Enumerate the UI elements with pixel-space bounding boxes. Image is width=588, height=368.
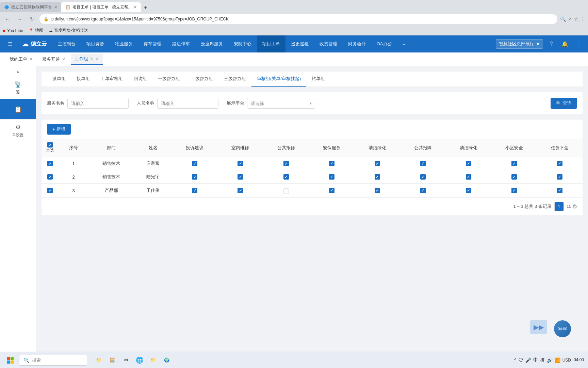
cell-checkbox[interactable] <box>192 161 197 166</box>
tray-shield-icon[interactable]: 🛡 <box>519 357 523 363</box>
nav-more-button[interactable]: ··· <box>397 42 409 47</box>
user-button[interactable]: 👤 <box>573 39 584 49</box>
cell-checkbox[interactable] <box>192 188 197 193</box>
cell-checkbox[interactable] <box>420 174 426 180</box>
reload-button[interactable]: ↻ <box>27 14 37 24</box>
cell-checkbox[interactable] <box>375 188 380 193</box>
browser-tab-2[interactable]: 📋 项目工单 | 项目工单 | 德立云帮... ✕ <box>61 2 141 12</box>
nav-work-order[interactable]: 项目工单 <box>257 35 285 52</box>
tray-volume-icon[interactable]: 🔊 <box>547 357 553 363</box>
cell-checkbox[interactable] <box>238 174 243 180</box>
cell-checkbox[interactable] <box>420 161 426 166</box>
sub-tab-revisit[interactable]: 回访组 <box>128 72 152 87</box>
back-button[interactable]: ← <box>3 14 12 24</box>
sidebar-toggle-button[interactable]: ☰ <box>4 38 16 50</box>
taskbar-app-chrome[interactable]: 🌍 <box>161 354 173 366</box>
forward-button[interactable]: → <box>15 14 24 24</box>
sub-tab-dispatch[interactable]: 派单组 <box>47 72 71 87</box>
tray-mic-icon[interactable]: 🎤 <box>525 357 531 363</box>
nav-fee-mgmt[interactable]: 收费管理 <box>314 35 343 52</box>
cell-checkbox[interactable] <box>466 174 471 180</box>
tab1-close[interactable]: ✕ <box>54 5 57 10</box>
taskbar-app-edge[interactable]: 🌐 <box>133 354 146 366</box>
tray-wifi-icon[interactable]: 📶 <box>555 357 560 363</box>
cell-checkbox[interactable] <box>329 174 334 180</box>
nav-property-service[interactable]: 物业服务 <box>110 35 138 52</box>
cell-checkbox[interactable] <box>466 188 471 193</box>
person-name-input[interactable] <box>157 98 218 109</box>
platform-select[interactable]: 请选择 <box>247 98 315 109</box>
sub-tab-audit[interactable]: 工单审核组 <box>95 72 128 87</box>
cell-checkbox[interactable] <box>557 174 562 180</box>
org-selector[interactable]: 智慧社区总部展厅 ▼ <box>496 39 543 49</box>
sub-tab-l1-supervise[interactable]: 一级督办组 <box>152 72 185 87</box>
tray-up-icon[interactable]: ^ <box>514 357 517 363</box>
cell-checkbox[interactable] <box>375 161 380 166</box>
nav-main-control[interactable]: 主控制台 <box>52 35 81 52</box>
nav-parking[interactable]: 停车管理 <box>138 35 167 52</box>
cell-checkbox[interactable] <box>466 161 471 166</box>
cell-checkbox[interactable] <box>511 188 517 193</box>
tray-ime-icon[interactable]: 中 <box>533 357 538 363</box>
taskbar-app-mail[interactable]: ✉ <box>120 354 132 366</box>
tray-pinyin-icon[interactable]: 拼 <box>540 357 545 363</box>
cell-checkbox[interactable] <box>283 174 289 180</box>
page-tab-workgroup[interactable]: 工作组 ↻ ✕ <box>71 54 103 65</box>
float-play-button[interactable]: ▶▶ <box>530 320 547 334</box>
sidebar-item-active[interactable]: 📋 <box>0 99 36 120</box>
cell-checkbox[interactable] <box>511 174 517 180</box>
sub-tab-review-close[interactable]: 审核组(关单/审核挂起) <box>251 72 306 87</box>
taskbar-search-input[interactable] <box>32 357 80 363</box>
tab2-close[interactable]: ✕ <box>134 5 137 10</box>
help-button[interactable]: ? <box>546 39 557 49</box>
taskbar-app-files[interactable]: 📁 <box>147 354 159 366</box>
page-1-button[interactable]: 1 <box>554 202 564 211</box>
cell-checkbox[interactable] <box>557 161 562 166</box>
cell-checkbox[interactable] <box>283 161 289 166</box>
share-icon[interactable]: ↗ <box>568 16 572 22</box>
taskbar-app-calc[interactable]: 🧮 <box>106 354 118 366</box>
sub-tab-l3-supervise[interactable]: 三级督办组 <box>218 72 251 87</box>
browser-search-icon[interactable]: 🔍 <box>560 16 566 22</box>
workgroup-tab-close[interactable]: ✕ <box>96 57 99 61</box>
cell-checkbox[interactable] <box>557 188 562 193</box>
cell-checkbox[interactable] <box>511 161 517 166</box>
sidebar-item-settings[interactable]: ⚙ 单设置 <box>0 120 36 142</box>
myorder-tab-close[interactable]: ✕ <box>29 57 33 62</box>
sub-tab-accept[interactable]: 接单组 <box>71 72 95 87</box>
nav-finance[interactable]: 财务会计 <box>343 35 371 52</box>
bookmark-youtube[interactable]: ▶ YouTube <box>3 28 23 33</box>
nav-oa[interactable]: OA办公 <box>371 35 397 52</box>
cell-checkbox[interactable] <box>375 174 380 180</box>
select-all-checkbox[interactable] <box>47 142 53 148</box>
taskbar-app-explorer[interactable]: 📁 <box>93 354 105 366</box>
service-tab-close[interactable]: ✕ <box>62 57 65 62</box>
cell-checkbox[interactable] <box>283 188 289 194</box>
row-checkbox[interactable] <box>47 161 53 166</box>
page-tab-service[interactable]: 服务开通 ✕ <box>38 54 69 65</box>
cell-checkbox[interactable] <box>329 161 334 166</box>
page-tab-myorder[interactable]: 我的工单 ✕ <box>5 54 37 65</box>
float-timer[interactable]: 04:00 <box>554 320 571 337</box>
cell-checkbox[interactable] <box>238 161 243 166</box>
cell-checkbox[interactable] <box>238 188 243 193</box>
nav-security-center[interactable]: 安防中心 <box>228 35 257 52</box>
cell-checkbox[interactable] <box>192 174 197 180</box>
add-button[interactable]: + 新增 <box>47 124 71 135</box>
start-button[interactable] <box>4 354 16 366</box>
cell-checkbox[interactable] <box>329 188 334 193</box>
nav-roadside-parking[interactable]: 路边停车 <box>167 35 195 52</box>
bookmark-icon[interactable]: ☆ <box>574 16 578 22</box>
workgroup-tab-reload[interactable]: ↻ <box>90 57 94 61</box>
bookmark-maps[interactable]: 📍 地图 <box>29 28 43 33</box>
nav-project-resource[interactable]: 项目资源 <box>81 35 110 52</box>
nav-patrol[interactable]: 巡更巡检 <box>285 35 314 52</box>
sub-tab-transfer[interactable]: 转单组 <box>306 72 330 87</box>
sub-tab-l2-supervise[interactable]: 二级督办组 <box>185 72 218 87</box>
service-name-input[interactable] <box>67 98 129 109</box>
browser-menu-icon[interactable]: ⋮ <box>581 16 585 22</box>
nav-cloud-seat[interactable]: 云座席服务 <box>195 35 228 52</box>
row-checkbox[interactable] <box>47 174 53 180</box>
browser-tab-1[interactable]: 🔷 德立云智慧物联网平台 ✕ <box>0 2 61 12</box>
search-button[interactable]: 🔍 查询 <box>551 98 577 109</box>
